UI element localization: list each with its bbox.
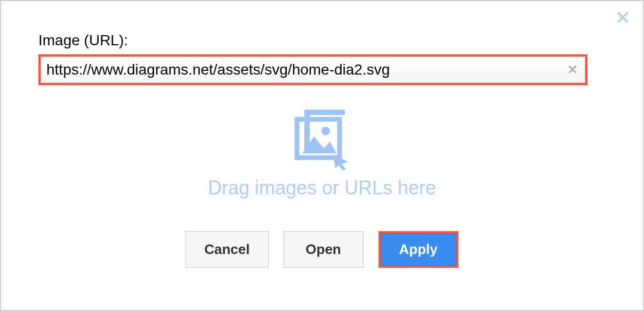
svg-rect-0 — [304, 110, 345, 115]
image-url-input[interactable] — [41, 56, 585, 83]
dialog-button-row: Cancel Open Apply — [38, 231, 606, 268]
apply-button-highlight: Apply — [379, 231, 458, 268]
image-url-dialog: ✕ Image (URL): ✕ Drag images or URLs her… — [0, 0, 644, 311]
apply-button[interactable]: Apply — [381, 233, 456, 266]
image-url-label: Image (URL): — [38, 32, 606, 49]
drop-area-text: Drag images or URLs here — [38, 177, 606, 199]
cancel-button[interactable]: Cancel — [186, 231, 268, 268]
url-input-highlight: ✕ — [38, 54, 587, 85]
open-button[interactable]: Open — [284, 231, 364, 268]
image-placeholder-icon — [293, 107, 351, 173]
clear-input-icon[interactable]: ✕ — [567, 62, 578, 77]
drop-area[interactable]: Drag images or URLs here — [38, 107, 606, 199]
svg-point-3 — [321, 127, 330, 135]
close-icon[interactable]: ✕ — [615, 9, 630, 27]
